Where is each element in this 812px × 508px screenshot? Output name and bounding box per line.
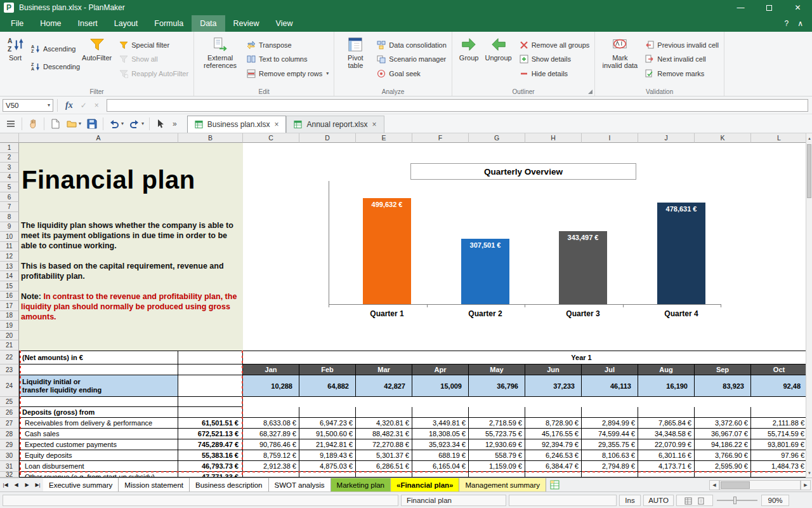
cell-F31[interactable]: 6,165.04 € [412,461,469,472]
row-header-18[interactable]: 18 [0,311,19,321]
row-header-15[interactable]: 15 [0,281,19,291]
column-header-D[interactable]: D [299,133,356,143]
cell-C27[interactable]: 8,633.08 € [243,418,299,429]
show-details-button[interactable]: Show details [520,55,590,64]
scroll-up-icon[interactable]: ▲ [806,133,812,143]
row-header-3[interactable]: 3 [0,163,19,173]
hide-details-button[interactable]: Hide details [520,69,590,78]
row-header-27[interactable]: 27 [0,418,19,429]
cell-F29[interactable]: 35,923.34 € [412,439,469,450]
row-header-5[interactable]: 5 [0,182,19,192]
new-document-button[interactable] [47,117,63,131]
cell-H24[interactable]: 37,233 [525,375,582,397]
row-header-22[interactable]: 22 [0,351,19,364]
transpose-button[interactable]: Transpose [247,41,329,50]
cell-L28[interactable]: 55,714.59 € [751,429,806,439]
row-header-28[interactable]: 28 [0,429,19,439]
cell-month-Oct[interactable]: Oct [751,364,806,375]
formula-input[interactable] [107,99,808,112]
scenario-manager-button[interactable]: Scenario manager [377,55,447,64]
row-header-21[interactable]: 21 [0,340,19,351]
cell-C26[interactable] [243,407,299,418]
sort-button[interactable]: AZ Sort [5,35,25,63]
column-header-K[interactable]: K [695,133,751,143]
cell-D26[interactable] [299,407,356,418]
row-header-9[interactable]: 9 [0,222,19,232]
cell-A31[interactable]: Loan disbursement [19,461,178,472]
column-header-B[interactable]: B [178,133,243,143]
spreadsheet-grid[interactable]: Financial plan The liquidity plan shows … [0,143,806,478]
column-header-C[interactable]: C [243,133,299,143]
cell-L29[interactable]: 93,801.69 € [751,439,806,450]
cell-month-Apr[interactable]: Apr [412,364,469,375]
cell-A32[interactable]: Other revenue (e.g. from start-up subsid… [19,472,178,478]
cell-H32[interactable] [525,472,582,478]
scroll-right-icon[interactable]: ▶ [801,480,811,490]
cell-A28[interactable]: Cash sales [19,429,178,439]
column-header-E[interactable]: E [356,133,412,143]
next-invalid-cell-button[interactable]: Next invalid cell [645,55,719,64]
cell-A27[interactable]: Receivables from delivery & performance [19,418,178,429]
cell-B27[interactable]: 61,501.51 € [178,418,243,429]
cell-month-Aug[interactable]: Aug [638,364,695,375]
cell-B23[interactable] [178,364,243,375]
column-header-I[interactable]: I [582,133,638,143]
cell-I31[interactable]: 2,794.89 € [582,461,638,472]
cell-A22[interactable]: (Net amounts) in € [19,351,178,364]
row-header-31[interactable]: 31 [0,461,19,472]
cell-I30[interactable]: 8,106.63 € [582,450,638,461]
cell-I28[interactable]: 74,599.44 € [582,429,638,439]
cell-J30[interactable]: 6,301.16 € [638,450,695,461]
sheet-tab[interactable]: SWOT analysis [269,478,331,491]
namebox-dropdown-icon[interactable]: ▾ [48,102,50,108]
cell-E26[interactable] [356,407,412,418]
first-sheet-button[interactable]: |◀ [0,478,11,491]
select-tool-button[interactable] [152,117,169,131]
cell-I32[interactable] [582,472,638,478]
cell-H29[interactable]: 92,394.79 € [525,439,582,450]
sheet-tab[interactable]: Executive summary [43,478,119,491]
cell-A25[interactable] [19,397,178,407]
next-sheet-button[interactable]: ▶ [22,478,32,491]
cancel-entry-icon[interactable]: × [91,101,103,110]
row-header-2[interactable]: 2 [0,153,19,163]
cell-E24[interactable]: 42,827 [356,375,412,397]
status-insert-mode[interactable]: Ins [619,495,641,506]
vertical-scrollbar-thumb[interactable] [807,144,811,198]
cell-K26[interactable] [695,407,751,418]
cell-G29[interactable]: 12,930.69 € [469,439,525,450]
cell-C32[interactable] [243,472,299,478]
chart-bar-4[interactable]: 478,631 € [657,203,705,304]
sheet-tab[interactable]: Marketing plan [331,478,391,491]
undo-button[interactable]: ▾ [106,117,126,131]
cell-G28[interactable]: 55,723.75 € [469,429,525,439]
cell-G24[interactable]: 36,796 [469,375,525,397]
scroll-down-icon[interactable]: ▼ [806,468,812,478]
group-button[interactable]: Group [457,35,481,63]
cell-B24[interactable] [178,375,243,397]
external-references-button[interactable]: External references [199,35,241,70]
cell-K24[interactable]: 83,923 [695,375,751,397]
cell-C31[interactable]: 2,912.38 € [243,461,299,472]
document-tab[interactable]: Business plan.xlsx× [187,116,287,133]
zoom-slider-thumb[interactable] [733,497,737,504]
menu-tab-home[interactable]: Home [32,15,69,32]
sheet-tab[interactable]: Mission statement [119,478,190,491]
cell-D30[interactable]: 9,189.43 € [299,450,356,461]
cell-J27[interactable]: 7,865.84 € [638,418,695,429]
row-header-17[interactable]: 17 [0,301,19,311]
cell-A26[interactable]: Deposits (gross) from [19,407,178,418]
cell-F24[interactable]: 15,009 [412,375,469,397]
chart-bar-1[interactable]: 499,632 € [363,198,411,304]
column-header-A[interactable]: A [19,133,178,143]
row-header-4[interactable]: 4 [0,173,19,183]
cell-B32[interactable]: 47,771.33 € [178,472,243,478]
cell-month-Jun[interactable]: Jun [525,364,582,375]
select-all-corner[interactable] [0,133,19,143]
cell-B31[interactable]: 46,793.73 € [178,461,243,472]
row-header-1[interactable]: 1 [0,143,19,153]
cell-E32[interactable] [356,472,412,478]
row-header-24[interactable]: 24 [0,375,19,397]
close-button[interactable]: ✕ [783,0,812,15]
special-filter-button[interactable]: Special filter [119,41,188,50]
